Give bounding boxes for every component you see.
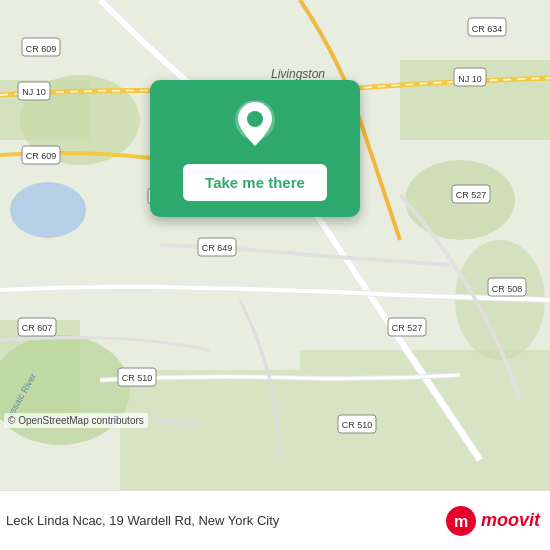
svg-text:CR 607: CR 607: [22, 323, 53, 333]
location-card: Take me there: [150, 80, 360, 217]
svg-text:NJ 10: NJ 10: [22, 87, 46, 97]
svg-text:CR 609: CR 609: [26, 44, 57, 54]
svg-point-10: [10, 182, 86, 238]
address-text: Leck Linda Ncac, 19 Wardell Rd, New York…: [6, 513, 445, 528]
svg-point-40: [247, 111, 263, 127]
moovit-label: moovit: [481, 510, 540, 531]
svg-text:Livingston: Livingston: [271, 67, 325, 81]
moovit-icon: m: [445, 505, 477, 537]
svg-text:CR 527: CR 527: [456, 190, 487, 200]
map-container: CR 609 CR 634 NJ 10 NJ 10 Livingston CR …: [0, 0, 550, 490]
svg-text:m: m: [454, 513, 468, 530]
moovit-logo: m moovit: [445, 505, 540, 537]
svg-text:CR 508: CR 508: [492, 284, 523, 294]
svg-text:CR 649: CR 649: [202, 243, 233, 253]
map-pin-icon: [229, 98, 281, 150]
svg-text:NJ 10: NJ 10: [458, 74, 482, 84]
svg-text:CR 510: CR 510: [342, 420, 373, 430]
svg-text:CR 510: CR 510: [122, 373, 153, 383]
bottom-bar: Leck Linda Ncac, 19 Wardell Rd, New York…: [0, 490, 550, 550]
osm-credit: © OpenStreetMap contributors: [4, 413, 148, 428]
svg-text:CR 527: CR 527: [392, 323, 423, 333]
svg-text:CR 634: CR 634: [472, 24, 503, 34]
take-me-there-button[interactable]: Take me there: [183, 164, 327, 201]
svg-text:CR 609: CR 609: [26, 151, 57, 161]
